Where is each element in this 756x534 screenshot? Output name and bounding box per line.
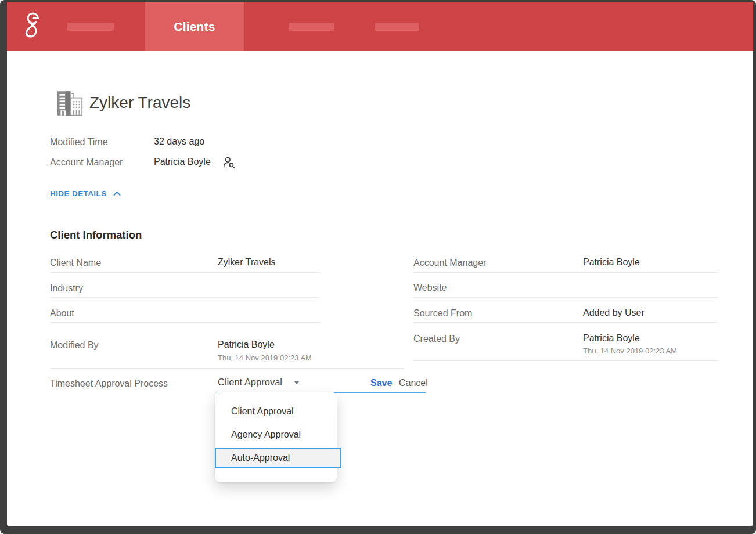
field-underline (413, 322, 718, 323)
chevron-up-icon (113, 191, 121, 196)
field-label: Website (413, 283, 447, 293)
field-label: Modified By (50, 340, 99, 351)
caret-down-icon (294, 381, 300, 384)
field-value[interactable]: Patricia Boyle (583, 257, 640, 268)
field-sub-value: Thu, 14 Nov 2019 02:23 AM (583, 347, 677, 355)
nav-item-placeholder-1[interactable] (67, 23, 114, 31)
field-label: Sourced From (413, 308, 472, 319)
app-header: Clients (7, 2, 753, 51)
nav-item-placeholder-2[interactable] (289, 23, 334, 31)
dropdown-option-agency-approval[interactable]: Agency Approval (215, 423, 337, 446)
account-manager-value: Patricia Boyle (154, 157, 211, 167)
field-label: Client Name (50, 258, 101, 268)
tab-clients-label: Clients (174, 20, 215, 34)
page-title: Zylker Travels (89, 93, 190, 112)
approval-dropdown-trigger[interactable]: Client Approval (218, 377, 300, 388)
field-value[interactable] (218, 283, 241, 293)
field-underline (413, 297, 718, 298)
hide-details-link[interactable]: HIDE DETAILS (50, 189, 121, 198)
field-value[interactable]: Patricia Boyle (583, 333, 640, 344)
hide-details-label: HIDE DETAILS (50, 189, 107, 198)
app-logo-icon[interactable] (22, 12, 45, 42)
window-frame: Clients Zylke (0, 0, 756, 534)
field-underline (413, 360, 718, 361)
field-underline (50, 297, 319, 298)
account-manager-label: Account Manager (50, 157, 123, 168)
section-title: Client Information (50, 229, 142, 241)
field-value[interactable]: Patricia Boyle (218, 340, 275, 350)
dropdown-option-client-approval[interactable]: Client Approval (215, 400, 337, 423)
dropdown-option-auto-approval[interactable]: Auto-Approval (215, 448, 341, 468)
field-label: About (50, 308, 74, 319)
field-value[interactable]: Added by User (583, 308, 645, 318)
field-underline (50, 368, 405, 369)
field-underline (50, 272, 319, 273)
approval-selected-value: Client Approval (218, 377, 282, 388)
app-screen: Clients Zylke (7, 2, 753, 526)
cancel-button[interactable]: Cancel (399, 378, 428, 388)
field-value[interactable] (583, 282, 606, 293)
modified-time-value: 32 days ago (154, 136, 204, 147)
user-search-icon[interactable] (222, 156, 236, 169)
field-underline (50, 322, 319, 323)
field-value[interactable]: Zylker Travels (218, 257, 276, 268)
tab-clients[interactable]: Clients (145, 2, 244, 51)
field-label: Industry (50, 283, 83, 294)
nav-item-placeholder-3[interactable] (375, 23, 419, 31)
field-sub-value: Thu, 14 Nov 2019 02:23 AM (218, 353, 312, 362)
field-value[interactable] (218, 308, 241, 318)
field-underline (413, 272, 718, 273)
timesheet-approval-label: Timesheet Approval Process (50, 378, 168, 389)
modified-time-label: Modified Time (50, 137, 108, 147)
field-label: Created By (413, 334, 460, 344)
approval-dropdown-menu: Client Approval Agency Approval Auto-App… (215, 392, 337, 482)
field-label: Account Manager (413, 258, 486, 268)
save-button[interactable]: Save (370, 378, 392, 388)
building-icon (55, 87, 84, 120)
